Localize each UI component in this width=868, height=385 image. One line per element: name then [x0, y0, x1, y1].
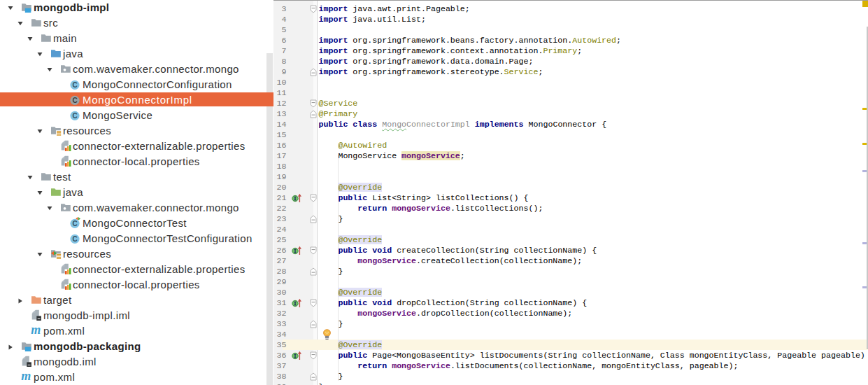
svg-text:C: C [72, 112, 77, 120]
svg-text:C: C [72, 81, 77, 89]
svg-text:m: m [31, 325, 41, 336]
svg-text:m: m [21, 371, 31, 382]
svg-text:C: C [72, 235, 77, 243]
svg-text:C: C [72, 220, 77, 227]
svg-text:C: C [72, 97, 77, 104]
